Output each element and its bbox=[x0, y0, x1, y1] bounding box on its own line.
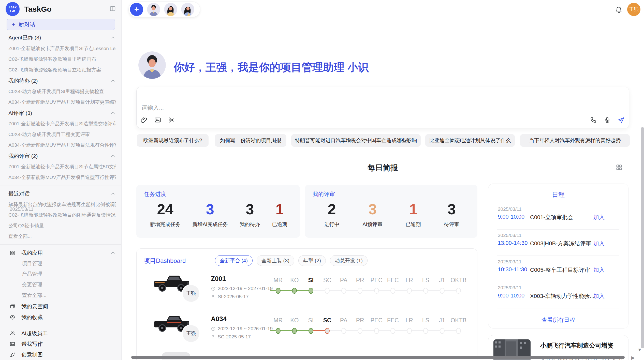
scroll-right-arrow[interactable]: ▶ bbox=[631, 355, 635, 360]
stat-pending-review: 3待评审 bbox=[444, 200, 459, 228]
sidebar-item[interactable]: Z001-全新燃油轻卡产品开发项目SI节点属性5D文件评审 bbox=[8, 163, 116, 170]
user-avatar[interactable]: 王强 bbox=[627, 3, 640, 16]
apps-view-all[interactable]: 查看全部... bbox=[22, 292, 116, 299]
people-icon bbox=[10, 331, 15, 336]
divider bbox=[497, 256, 619, 256]
sidebar-item[interactable]: C0X4-动力总成开发项目SI里程碑提交物检查 bbox=[8, 88, 116, 95]
sidebar-item[interactable]: C02-飞腾新能源轻客改款项目立项汇报方案 bbox=[8, 67, 116, 73]
project-code[interactable]: Z001 bbox=[211, 275, 226, 283]
schedule-date: 2025/03/11 bbox=[498, 206, 522, 212]
recent-chat-item[interactable]: C02-飞腾新能源轻客改款项目的闭环通告反馈情况 bbox=[8, 212, 116, 218]
section-header-recent[interactable]: 最近对话 bbox=[8, 190, 110, 197]
project-dashboard-card: 项目Dashboard 全新平台 (4) 全新上装 (3) 年型 (2) 动总开… bbox=[136, 248, 477, 360]
input-right-icons bbox=[590, 116, 625, 124]
layout-grid-icon[interactable] bbox=[616, 164, 623, 171]
app-item-project-mgmt[interactable]: 项目管理 bbox=[22, 260, 116, 267]
suggestion-chip[interactable]: 欧洲新规最近颁布了什么? bbox=[137, 134, 209, 147]
sidebar-item[interactable]: Z001-全新燃油皮卡产品开发项目SI节点Lesson Learn报告 bbox=[8, 45, 116, 52]
phone-icon[interactable] bbox=[590, 116, 597, 124]
schedule-join-link[interactable]: 加入 bbox=[593, 266, 634, 274]
filter-pill-upfit[interactable]: 全新上装 (3) bbox=[257, 255, 294, 266]
chevron-up-icon[interactable] bbox=[110, 35, 116, 40]
schedule-date: 2025/03/11 bbox=[498, 285, 522, 291]
flag-icon bbox=[211, 294, 216, 299]
chat-input-placeholder[interactable]: 请输入... bbox=[141, 104, 164, 112]
schedule-time: 10:30-11:30 bbox=[498, 266, 527, 273]
add-agent-button[interactable] bbox=[130, 3, 143, 16]
milestone-label: LS bbox=[422, 277, 429, 283]
paperclip-icon[interactable] bbox=[140, 116, 148, 124]
stat-new-done: 24新增完成任务 bbox=[150, 200, 181, 228]
sidebar-item-my-apps[interactable]: 我的应用 bbox=[10, 249, 43, 257]
agent-avatar[interactable] bbox=[181, 3, 194, 16]
schedule-join-link[interactable]: 加入 bbox=[593, 214, 634, 221]
suggestion-chip[interactable]: 特朗普可能对进口汽车增税会对中国车企造成哪些影响 bbox=[291, 134, 421, 147]
notification-bell-icon[interactable] bbox=[615, 6, 623, 14]
section-header-my-todo[interactable]: 我的待办 (2) bbox=[8, 77, 110, 84]
sidebar-item-creative-draw[interactable]: 创意制图 bbox=[10, 351, 43, 358]
milestone-label: PA bbox=[340, 277, 347, 283]
news-title: 小鹏飞行汽车制造公司增资 bbox=[540, 341, 624, 350]
sidebar-item-cloud-space[interactable]: 我的云空间 bbox=[10, 303, 48, 310]
schedule-view-all-link[interactable]: 查看所有日程 bbox=[488, 316, 628, 324]
agent-avatar[interactable] bbox=[147, 3, 160, 16]
suggestion-chip[interactable]: 如何写一份清晰的项目周报 bbox=[215, 134, 286, 147]
sidebar-item[interactable]: A034-全新新能源MUV产品开发项目造型可行性评审 bbox=[8, 174, 116, 181]
flag-icon bbox=[211, 335, 216, 339]
milestone-label: LR bbox=[406, 277, 413, 283]
app-item-product-mgmt[interactable]: 产品管理 bbox=[22, 271, 116, 277]
section-header-ai-review[interactable]: AI评审 (3) bbox=[8, 110, 110, 117]
vertical-scrollbar-thumb[interactable] bbox=[641, 127, 644, 348]
horizontal-scrollbar-thumb[interactable] bbox=[131, 356, 625, 359]
sidebar-item[interactable]: A034-全新新能源MUV产品开发项目法规符合性评审 bbox=[8, 142, 116, 148]
sidebar-item-ai-employee[interactable]: AI超级员工 bbox=[10, 330, 48, 337]
milestone-label: PR bbox=[356, 277, 364, 283]
filter-pill-all-platform[interactable]: 全新平台 (4) bbox=[215, 255, 253, 266]
sidebar-item[interactable]: A034-全新新能源MUV产品开发项目计划变更表编写 bbox=[8, 99, 116, 106]
schedule-time: 9:00-10:00 bbox=[498, 214, 524, 220]
suggestion-chip[interactable]: 比亚迪全固态电池计划具体说了什么 bbox=[425, 134, 515, 147]
recent-view-all[interactable]: 查看全部... bbox=[8, 233, 116, 240]
agent-avatar-pill bbox=[128, 2, 200, 17]
card-title: 我的评审 bbox=[313, 190, 471, 198]
sidebar-item[interactable]: C0X4-动力总成开发项目工程变更评审 bbox=[8, 131, 116, 138]
milestone-label: MR bbox=[273, 317, 283, 324]
new-chat-button[interactable]: 新对话 bbox=[7, 19, 115, 30]
section-header-my-review[interactable]: 我的评审 (2) bbox=[8, 153, 110, 160]
milestone-label: PA bbox=[340, 317, 347, 324]
sidebar-item[interactable]: C02-飞腾新能源轻客改款项目里程碑画布 bbox=[8, 56, 116, 63]
filter-pill-model-year[interactable]: 年型 (2) bbox=[298, 255, 326, 266]
image-icon[interactable] bbox=[154, 116, 161, 124]
milestone-label: OKTB bbox=[450, 317, 466, 324]
sidebar-item-favorites[interactable]: 我的收藏 bbox=[10, 314, 43, 321]
scissors-icon[interactable] bbox=[168, 116, 175, 124]
milestone-label: KO bbox=[290, 277, 299, 283]
chat-input-card[interactable] bbox=[136, 87, 629, 128]
sidebar-collapse-icon[interactable] bbox=[109, 5, 116, 12]
recent-chat-item[interactable]: 公司Q3轻卡销量 bbox=[8, 222, 116, 229]
section-header-agent-done[interactable]: Agent已办 (3) bbox=[8, 34, 110, 41]
microphone-icon[interactable] bbox=[604, 116, 611, 124]
schedule-join-link[interactable]: 加入 bbox=[593, 292, 634, 300]
filter-pill-powertrain[interactable]: 动总开发 (1) bbox=[330, 255, 368, 266]
plus-icon bbox=[11, 22, 16, 27]
agent-avatar[interactable] bbox=[164, 3, 177, 16]
creative-draw-label: 创意制图 bbox=[21, 351, 43, 358]
app-item-change-mgmt[interactable]: 变更管理 bbox=[22, 281, 116, 288]
schedule-join-link[interactable]: 加入 bbox=[593, 240, 634, 247]
chevron-up-icon[interactable] bbox=[110, 153, 116, 159]
chevron-up-icon[interactable] bbox=[110, 110, 116, 116]
sidebar-item-help-write[interactable]: 帮我写作 bbox=[10, 340, 43, 348]
stat-new-ai-done: 3新增AI完成任务 bbox=[193, 200, 228, 228]
suggestion-chip[interactable]: 当下年轻人对汽车外观有怎样的喜好趋势 bbox=[520, 134, 630, 147]
chevron-up-icon[interactable] bbox=[110, 191, 116, 197]
milestone-dot bbox=[450, 327, 467, 334]
chevron-up-icon[interactable] bbox=[110, 78, 116, 84]
send-icon[interactable] bbox=[618, 116, 625, 124]
scroll-down-arrow[interactable]: ▼ bbox=[637, 347, 642, 353]
logo-line-2: Go bbox=[10, 9, 15, 13]
project-code[interactable]: A034 bbox=[211, 315, 227, 323]
chevron-up-icon[interactable] bbox=[110, 250, 116, 256]
schedule-event-name: C005-整车工程目标评审 bbox=[530, 266, 590, 274]
sidebar-item[interactable]: Z001-全新燃油轻卡产品开发项目SI造型提交物评审 bbox=[8, 121, 116, 127]
